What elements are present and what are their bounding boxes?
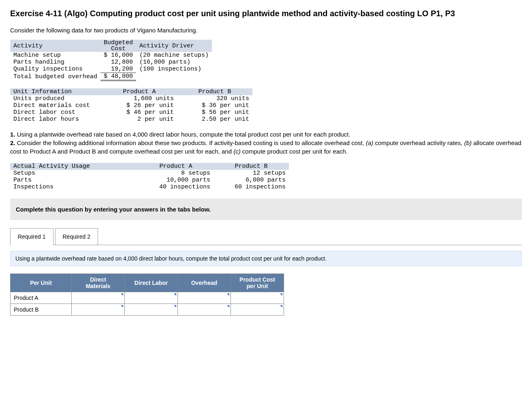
dropdown-icon [174, 293, 176, 296]
col-driver: Activity Driver [136, 40, 212, 52]
col-per-unit: Per Unit [11, 274, 72, 292]
cell: 8 setups [138, 170, 214, 177]
cell: $ 56 per unit [177, 109, 252, 116]
tab-required-2[interactable]: Required 2 [55, 228, 98, 245]
dropdown-icon [227, 293, 229, 296]
row-label: Machine setup [10, 52, 100, 59]
cell: 40 inspections [138, 184, 214, 190]
cell-driver: (20 machine setups) [136, 52, 212, 59]
activity-usage-table: Actual Activity Usage Product A Product … [10, 163, 289, 190]
row-label: Direct labor cost [10, 109, 102, 116]
col-product-a: Product A [138, 163, 214, 170]
col-product-b: Product B [177, 88, 252, 95]
dropdown-icon [121, 293, 123, 296]
intro-text: Consider the following data for two prod… [10, 27, 522, 34]
input-a-oh[interactable] [178, 292, 231, 304]
cell: 12 setups [214, 170, 289, 177]
row-product-a: Product A [11, 292, 72, 304]
cell-cost: 12,800 [100, 59, 136, 66]
cell: $ 26 per unit [102, 102, 177, 109]
cell-cost: 19,200 [100, 66, 136, 73]
exercise-title: Exercise 4-11 (Algo) Computing product c… [10, 8, 522, 19]
row-label: Parts handling [10, 59, 100, 66]
input-b-dl[interactable] [125, 304, 178, 316]
col-overhead: Overhead [178, 274, 231, 292]
table-row: Product B [11, 304, 284, 316]
cell: $ 36 per unit [177, 102, 252, 109]
panel-prompt: Using a plantwide overhead rate based on… [10, 251, 522, 266]
answer-table: Per Unit Direct Materials Direct Labor O… [10, 274, 284, 316]
cell: 6,000 parts [214, 177, 289, 184]
input-a-pc[interactable] [231, 292, 284, 304]
q2-num: 2. [10, 139, 15, 146]
unit-info-table: Unit Information Product A Product B Uni… [10, 88, 252, 123]
dropdown-icon [280, 305, 282, 308]
q2c: compute product cost per unit for each. [241, 148, 348, 155]
instruction-bar: Complete this question by entering your … [10, 199, 522, 220]
q2a-i: (a) [366, 139, 373, 146]
question-block: 1. Using a plantwide overhead rate based… [10, 130, 522, 156]
col-usage: Actual Activity Usage [10, 163, 138, 170]
row-label: Direct labor hours [10, 116, 102, 123]
total-cost: $ 48,000 [100, 73, 136, 81]
col-budgeted: Budgeted Cost [100, 40, 136, 52]
input-a-dl[interactable] [125, 292, 178, 304]
activity-cost-table: Activity Budgeted Cost Activity Driver M… [10, 40, 212, 81]
cell: 10,000 parts [138, 177, 214, 184]
row-label: Units produced [10, 95, 102, 102]
input-b-pc[interactable] [231, 304, 284, 316]
col-product-b: Product B [214, 163, 289, 170]
q2c-i: (c) [233, 148, 241, 155]
cell-cost: $ 16,000 [100, 52, 136, 59]
input-a-dm[interactable] [72, 292, 125, 304]
total-label: Total budgeted overhead [10, 73, 100, 81]
row-product-b: Product B [11, 304, 72, 316]
cell-driver: (16,000 parts) [136, 59, 212, 66]
q1-num: 1. [10, 131, 15, 138]
col-product-a: Product A [102, 88, 177, 95]
input-b-oh[interactable] [178, 304, 231, 316]
tab-required-1[interactable]: Required 1 [10, 228, 53, 245]
dropdown-icon [174, 305, 176, 308]
cell: 60 inspections [214, 184, 289, 190]
cell: 2 per unit [102, 116, 177, 123]
dropdown-icon [121, 305, 123, 308]
cell: 1,600 units [102, 95, 177, 102]
row-label: Setups [10, 170, 138, 177]
cell: $ 46 per unit [102, 109, 177, 116]
col-direct-labor: Direct Labor [125, 274, 178, 292]
q2-lead: Consider the following additional inform… [17, 139, 366, 146]
col-product-cost: Product Cost per Unit [231, 274, 284, 292]
tabs: Required 1 Required 2 [10, 228, 522, 245]
dropdown-icon [280, 293, 282, 296]
cell-driver: (100 inspections) [136, 66, 212, 73]
dropdown-icon [227, 305, 229, 308]
col-activity: Activity [10, 40, 100, 52]
q2a: compute overhead activity rates, [373, 139, 464, 146]
q2b-i: (b) [464, 139, 472, 146]
col-direct-materials: Direct Materials [72, 274, 125, 292]
cell: 320 units [177, 95, 252, 102]
q1-text: Using a plantwide overhead rate based on… [17, 131, 350, 138]
table-row: Product A [11, 292, 284, 304]
row-label: Inspections [10, 184, 138, 190]
row-label: Direct materials cost [10, 102, 102, 109]
col-info: Unit Information [10, 88, 102, 95]
row-label: Parts [10, 177, 138, 184]
cell: 2.50 per unit [177, 116, 252, 123]
input-b-dm[interactable] [72, 304, 125, 316]
row-label: Quality inspections [10, 66, 100, 73]
tab-panel-required-1: Using a plantwide overhead rate based on… [10, 245, 522, 316]
